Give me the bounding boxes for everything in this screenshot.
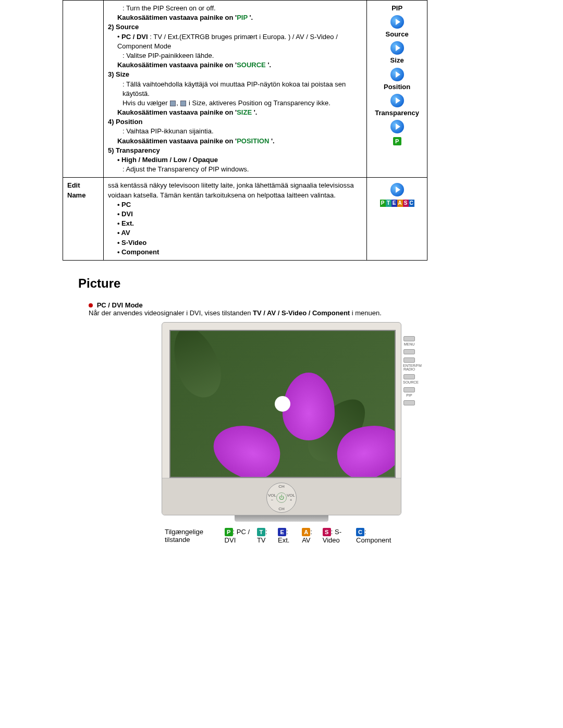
side-btn-enter	[403, 357, 415, 363]
edit-opt-av: • AV	[108, 228, 362, 238]
remote-suffix-1: '.	[248, 14, 253, 21]
source-header-text: 2) Source	[108, 23, 139, 31]
monitor-bottom: CH CH VOL − VOL + ⏻	[162, 478, 401, 515]
settings-table: : Turn the PIP Screen on or off. Kaukosä…	[63, 0, 427, 261]
mode-header-text: PC / DVI Mode	[97, 301, 143, 309]
source-icon-label: Source	[371, 30, 423, 39]
transparency-header-text: 5) Transparency	[108, 146, 160, 154]
transparency-icon-label: Transparency	[371, 108, 423, 118]
monitor-image: SRS BBE CH CH VOL − VOL + ⏻ MENU ENTER/F…	[63, 322, 500, 522]
source-line-b: : Valitse PIP-painikkeen lähde.	[108, 51, 362, 60]
ch-dn-label: CH	[278, 507, 285, 511]
section-title: Picture	[78, 276, 500, 291]
pip-layout-icon-1	[170, 101, 176, 106]
badge-s: S	[323, 528, 331, 536]
remote-suffix-4: '.	[269, 137, 274, 145]
vol-minus-label: VOL −	[268, 493, 276, 502]
row1-label-cell	[63, 1, 104, 178]
remote-key-position: POSITION	[237, 137, 269, 145]
edit-name-desc: ssä kentässä näkyy televisoon liitetty l…	[108, 181, 362, 200]
transparency-desc: : Adjust the Transparency of PIP windows…	[108, 165, 362, 174]
remote-key-pip: PIP	[237, 14, 248, 21]
bar-p: P	[380, 200, 386, 207]
position-header: 4) Position	[108, 117, 362, 127]
play-icon-position	[390, 94, 404, 107]
state-s: S: S-Video	[321, 528, 353, 544]
flower-center	[275, 396, 290, 412]
available-states: Tilgængelige tilstande P: PC / DVI T: TV…	[162, 527, 401, 545]
vol-plus-label: VOL +	[287, 493, 295, 502]
row1-content: : Turn the PIP Screen on or off. Kaukosä…	[103, 1, 366, 178]
badge-e: E	[278, 528, 286, 536]
monitor-stand	[235, 515, 328, 522]
remote-key-size: SIZE	[237, 108, 252, 116]
position-header-text: 4) Position	[108, 118, 142, 126]
position-line-a: : Vaihtaa PIP-ikkunan sijaintia.	[108, 127, 362, 136]
transparency-options: • High / Medium / Low / Opaque	[108, 155, 362, 165]
play-icon-pip	[390, 15, 404, 29]
pip-layout-icon-2	[180, 101, 186, 106]
side-btn-pip	[403, 387, 415, 392]
source-header: 2) Source	[108, 22, 362, 32]
mode-header: PC / DVI Mode	[89, 301, 500, 309]
edit-opt-ext: • Ext.	[108, 219, 362, 228]
edit-opt-pc-text: • PC	[117, 201, 131, 208]
source-bold: PC / DVI	[121, 33, 148, 41]
edit-opt-svideo-text: • S-Video	[117, 239, 146, 246]
side-lbl-enter: ENTER/FM RADIO	[403, 364, 415, 371]
monitor-screen	[169, 330, 396, 478]
bar-e: E	[391, 200, 397, 207]
badge-c: C	[356, 528, 364, 536]
bar-c: C	[409, 200, 414, 207]
remote-source-line: Kaukosäätimen vastaava painike on 'SOURC…	[108, 60, 362, 70]
transparency-header: 5) Transparency	[108, 146, 362, 155]
row2-content: ssä kentässä näkyy televisoon liitetty l…	[103, 178, 366, 261]
badge-p-small: P	[393, 137, 401, 145]
side-btn-blank	[403, 349, 415, 354]
state-t: T: TV	[255, 528, 275, 544]
remote-position-line: Kaukosäätimen vastaava painike on 'POSIT…	[108, 137, 362, 146]
edit-opt-dvi: • DVI	[108, 209, 362, 219]
states-label: Tilgængelige tilstande	[163, 528, 222, 544]
bar-t: T	[386, 200, 391, 207]
bullet-icon	[89, 303, 93, 307]
row2-label: Edit Name	[63, 178, 104, 261]
remote-suffix-3: '.	[252, 108, 257, 116]
size-header: 3) Size	[108, 70, 362, 79]
play-icon-transparency	[390, 120, 404, 133]
ch-up-label: CH	[278, 484, 285, 489]
play-icon-source	[390, 41, 404, 55]
side-btn-menu	[403, 336, 415, 341]
remote-pip-line: Kaukosäätimen vastaava painike on 'PIP '…	[108, 13, 362, 22]
remote-size-line: Kaukosäätimen vastaava painike on 'SIZE …	[108, 108, 362, 117]
side-btn-extra	[403, 400, 415, 405]
badge-a: A	[302, 528, 310, 536]
play-icon-editname	[390, 183, 404, 196]
edit-opt-pc: • PC	[108, 200, 362, 209]
size-icon-label: Size	[371, 56, 423, 65]
state-a: A: AV	[300, 528, 320, 544]
bar-s: S	[403, 200, 409, 207]
remote-suffix-2: '.	[266, 61, 271, 69]
remote-prefix-2: Kaukosäätimen vastaava painike on '	[117, 61, 237, 69]
mode-desc: Når der anvendes videosignaler i DVI, vi…	[89, 309, 500, 317]
remote-key-source: SOURCE	[237, 61, 266, 69]
size-b-pre: Hvis du vælger	[123, 99, 169, 107]
side-lbl-menu: MENU	[403, 342, 415, 346]
monitor-frame: SRS BBE CH CH VOL − VOL + ⏻ MENU ENTER/F…	[162, 322, 401, 515]
source-line-a: • PC / DVI : TV / Ext.(EXTRGB bruges pri…	[108, 32, 362, 51]
mode-desc-post: i menuen.	[350, 309, 382, 317]
edit-opt-av-text: • AV	[117, 229, 130, 237]
edit-opt-component-text: • Component	[117, 248, 159, 256]
transparency-options-text: • High / Medium / Low / Opaque	[117, 156, 218, 164]
petal	[283, 373, 335, 440]
edit-opt-ext-text: • Ext.	[117, 219, 134, 227]
edit-opt-dvi-text: • DVI	[117, 210, 133, 218]
pip-toggle-desc: : Turn the PIP Screen on or off.	[108, 4, 362, 13]
bullet: •	[117, 33, 121, 41]
source-post: : TV / Ext.(EXTRGB bruges primært i Euro…	[117, 33, 338, 50]
mode-desc-pre: Når der anvendes videosignaler i DVI, vi…	[89, 309, 253, 317]
row2-icons: PTEASC	[367, 178, 427, 261]
row1-icons: PIP Source Size Position Transparency P	[367, 1, 427, 178]
state-c: C: Component	[354, 528, 400, 544]
